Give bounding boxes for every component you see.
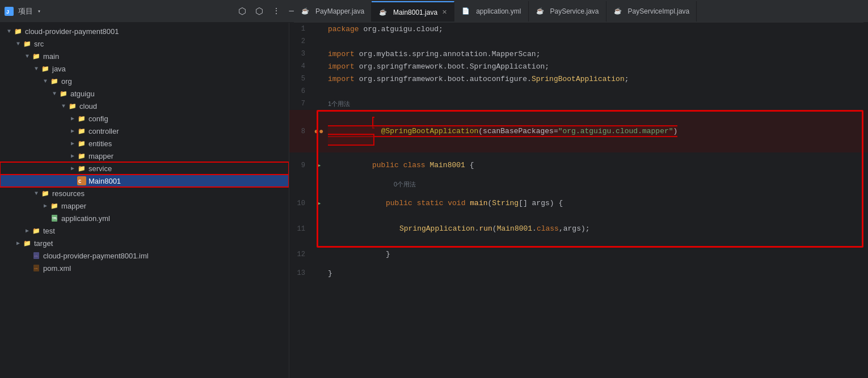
arrow-resources xyxy=(32,190,41,197)
arrow-entities xyxy=(68,140,77,147)
expand-icon[interactable]: ⬡ xyxy=(238,6,246,17)
sidebar-item-org[interactable]: 📁 org xyxy=(0,75,289,87)
tab-bar: ☕ PayMapper.java ☕ Main8001.java ✕ 📄 app… xyxy=(294,0,863,23)
tab-paymapper[interactable]: ☕ PayMapper.java xyxy=(294,1,372,22)
code-line-9: 9 ▶ public class Main8001 { xyxy=(289,152,868,178)
line-num-7: 7 xyxy=(289,100,312,108)
code-1: package org.atguigu.cloud; xyxy=(326,25,868,33)
applicationyml-file-icon: YML xyxy=(50,214,59,223)
intellij-icon: J xyxy=(5,7,14,16)
sidebar-item-resources[interactable]: 📁 resources xyxy=(0,187,289,199)
tab-payserviceimpl-label: PayServiceImpl.java xyxy=(628,7,690,15)
code-11: SpringApplication.run(Main8001.class,arg… xyxy=(326,216,868,241)
code-line-12: 12 } xyxy=(289,241,868,267)
sidebar: 📁 cloud-provider-payment8001 📁 src 📁 mai… xyxy=(0,23,289,378)
folder-cloud-icon: 📁 xyxy=(68,101,77,111)
controller-label: controller xyxy=(89,127,284,135)
tab-applicationyml[interactable]: 📄 application.yml xyxy=(454,1,528,22)
run-arrow-10[interactable]: ▶ xyxy=(317,199,321,207)
applicationyml-icon: 📄 xyxy=(461,7,470,16)
main8001-file-label: Main8001 xyxy=(89,177,284,185)
code-line-10: 10 ▶ public static void main(String[] ar… xyxy=(289,190,868,216)
target-label: target xyxy=(34,239,284,248)
sidebar-item-atguigu[interactable]: 📁 atguigu xyxy=(0,87,289,100)
arrow-controller xyxy=(68,128,77,134)
code-12: } xyxy=(326,241,868,267)
sidebar-item-test[interactable]: 📁 test xyxy=(0,224,289,237)
code-hint: 0个用法 xyxy=(362,180,868,189)
sidebar-item-main8001[interactable]: C Main8001 xyxy=(0,175,289,187)
payserviceimpl-icon: ☕ xyxy=(613,7,622,16)
code-9: public class Main8001 { xyxy=(326,152,868,178)
svg-text:IML: IML xyxy=(34,255,39,257)
sidebar-item-payment8001[interactable]: 📁 cloud-provider-payment8001 xyxy=(0,25,289,37)
applicationyml-label: application.yml xyxy=(61,214,284,223)
arrow-src xyxy=(14,41,23,47)
sidebar-item-main[interactable]: 📁 main xyxy=(0,50,289,62)
code-editor[interactable]: 1 package org.atguigu.cloud; 2 3 import … xyxy=(289,23,868,378)
sidebar-item-mapper2[interactable]: 📁 mapper xyxy=(0,199,289,212)
main-label: main xyxy=(43,52,284,61)
line-num-10: 10 xyxy=(289,199,312,207)
tab-main8001-label: Main8001.java xyxy=(393,9,437,16)
sidebar-item-cloud[interactable]: 📁 cloud xyxy=(0,100,289,112)
sidebar-item-src[interactable]: 📁 src xyxy=(0,37,289,50)
arrow-java xyxy=(32,66,41,72)
code-3: import org.mybatis.spring.annotation.Map… xyxy=(326,50,868,58)
sidebar-item-service[interactable]: 📁 service xyxy=(0,162,289,175)
arrow-payment8001 xyxy=(5,28,14,35)
code-13: } xyxy=(326,269,868,278)
sidebar-item-pom[interactable]: XML pom.xml xyxy=(0,262,289,274)
code-4: import org.springframework.boot.SpringAp… xyxy=(326,62,868,71)
line-num-11: 11 xyxy=(289,225,312,233)
arrow-config xyxy=(68,115,77,122)
gutter-10: ▶ xyxy=(312,199,326,207)
sidebar-item-entities[interactable]: 📁 entities xyxy=(0,137,289,150)
sidebar-item-controller[interactable]: 📁 controller xyxy=(0,125,289,137)
more-icon[interactable]: ⋮ xyxy=(272,6,280,16)
code-10: public static void main(String[] args) { xyxy=(326,190,868,216)
sidebar-item-target[interactable]: 📁 target xyxy=(0,237,289,249)
line-num-9: 9 xyxy=(289,162,312,169)
svg-text:J: J xyxy=(6,9,9,15)
code-line-13: 13 } xyxy=(289,267,868,279)
folder-org-icon: 📁 xyxy=(50,77,59,86)
folder-entities-icon: 📁 xyxy=(77,139,86,148)
sidebar-item-config[interactable]: 📁 config xyxy=(0,112,289,125)
sidebar-item-java[interactable]: 📁 java xyxy=(0,62,289,75)
sidebar-item-mapper[interactable]: 📁 mapper xyxy=(0,150,289,162)
run-arrow-9[interactable]: ▶ xyxy=(317,162,321,169)
folder-mapper-icon: 📁 xyxy=(77,151,86,160)
arrow-target xyxy=(14,240,23,247)
java-label: java xyxy=(52,65,284,73)
line-num-2: 2 xyxy=(289,37,312,45)
iml-icon: IML xyxy=(32,251,41,260)
project-chevron[interactable]: ▾ xyxy=(37,8,41,15)
minimize-icon[interactable]: ─ xyxy=(289,7,294,16)
collapse-icon[interactable]: ⬡ xyxy=(255,6,263,17)
mapper-label: mapper xyxy=(89,152,284,160)
sidebar-item-iml[interactable]: IML cloud-provider-payment8001.iml xyxy=(0,249,289,262)
code-8: @SpringBootApplication(scanBasePackages=… xyxy=(326,110,868,152)
top-bar-left: J 项目 ▾ ⬡ ⬡ ⋮ ─ xyxy=(5,6,294,17)
svg-text:C: C xyxy=(78,179,82,185)
svg-text:YML: YML xyxy=(52,217,57,220)
tab-applicationyml-label: application.yml xyxy=(476,7,521,15)
config-label: config xyxy=(89,114,284,123)
atguigu-label: atguigu xyxy=(70,90,284,98)
tab-payserviceimpl[interactable]: ☕ PayServiceImpl.java xyxy=(606,1,697,22)
service-label: service xyxy=(89,164,284,173)
code-line-11: 11 SpringApplication.run(Main8001.class,… xyxy=(289,216,868,241)
code-line-8: 8 ●● @SpringBootApplication(scanBasePack… xyxy=(289,110,868,152)
tab-payservice[interactable]: ☕ PayService.java xyxy=(529,1,606,22)
code-line-2: 2 xyxy=(289,35,868,48)
main8001-file-icon: C xyxy=(77,176,86,185)
org-label: org xyxy=(61,77,284,86)
line-num-1: 1 xyxy=(289,25,312,33)
code-line-6: 6 xyxy=(289,85,868,97)
folder-config-icon: 📁 xyxy=(77,114,86,123)
tab-close-icon[interactable]: ✕ xyxy=(442,9,447,16)
code-line-7: 7 1个用法 xyxy=(289,97,868,110)
tab-main8001[interactable]: ☕ Main8001.java ✕ xyxy=(372,1,454,22)
sidebar-item-applicationyml[interactable]: YML application.yml xyxy=(0,212,289,224)
